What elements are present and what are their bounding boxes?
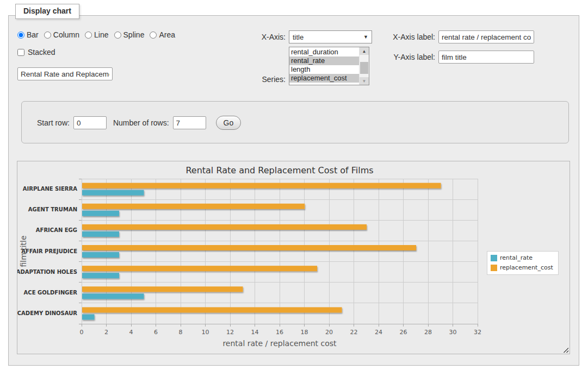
num-rows-input[interactable] [173,116,206,129]
row-range-box: Start row: Number of rows: Go [21,101,569,143]
stacked-row: Stacked [17,48,55,57]
series-listbox[interactable]: rental_durationrental_ratelengthreplacem… [289,47,369,85]
x-tick-label: 16 [276,329,283,336]
category-label: AFFAIR PREJUDICE [21,248,77,254]
x-axis-label-label: X-Axis label: [393,33,435,41]
legend-item-rental_rate[interactable]: rental_rate [491,254,553,261]
stacked-checkbox[interactable] [17,49,24,56]
chart-legend[interactable]: rental_ratereplacement_cost [487,251,559,275]
bar-rental_rate[interactable] [82,314,95,319]
chart-type-label: Spline [123,30,145,39]
chart-type-label: Line [94,30,108,39]
x-tick-label: 20 [325,329,333,336]
chart-type-radio-group: BarColumnLineSplineArea [17,30,181,39]
x-axis-select[interactable]: title ▼ [289,30,372,43]
category-label: AFRICAN EGG [36,227,77,233]
x-axis-select-label: X-Axis: [262,33,286,41]
category-label: ADAPTATION HOLES [17,269,77,275]
x-tick-label: 18 [301,329,308,336]
chart-type-radio-line[interactable] [85,32,92,39]
x-tick-label: 8 [179,329,183,336]
legend-swatch [491,265,497,271]
x-tick-label: 32 [474,329,481,336]
stacked-label: Stacked [28,48,55,57]
x-tick-label: 24 [375,329,382,336]
category-label: AIRPLANE SIERRA [23,186,77,192]
category-label: AGENT TRUMAN [28,206,77,212]
x-tick-label: 26 [400,329,407,336]
bar-replacement_cost[interactable] [82,224,367,230]
series-option-rental_duration[interactable]: rental_duration [289,48,359,57]
legend-label: replacement_cost [500,264,553,271]
bar-rental_rate[interactable] [82,273,119,278]
bar-rental_rate[interactable] [82,211,119,216]
legend-label: rental_rate [500,254,533,261]
chart-type-radio-bar[interactable] [17,32,24,39]
chart-container: 02468101214161820222426283032AIRPLANE SI… [17,161,570,354]
scrollbar-thumb[interactable] [360,62,368,74]
x-tick-label: 30 [449,329,457,336]
chart-type-label: Area [159,30,175,39]
scroll-down-icon[interactable]: ▼ [360,77,369,85]
bar-rental_rate[interactable] [82,252,119,258]
bar-replacement_cost[interactable] [82,307,342,312]
bar-replacement_cost[interactable] [82,286,243,292]
y-axis-label-input[interactable] [438,51,534,64]
y-axis-title: film title [19,235,28,267]
display-chart-panel: Display chart BarColumnLineSplineArea St… [8,15,579,366]
bar-replacement_cost[interactable] [82,245,416,250]
bar-rental_rate[interactable] [82,293,144,299]
chart-title: Rental Rate and Replacement Cost of Film… [185,165,373,175]
chart-type-option-column: Column [44,30,79,39]
series-option-rental_rate[interactable]: rental_rate [289,57,359,65]
category-label: ACE GOLDFINGER [24,290,78,296]
x-tick-label: 0 [80,329,84,336]
x-tick-label: 28 [424,329,432,336]
series-option-replacement_cost[interactable]: replacement_cost [289,74,359,83]
chart-title-input[interactable] [17,67,113,80]
chart-type-label: Column [53,30,79,39]
series-select-label: Series: [262,75,286,85]
legend-item-replacement_cost[interactable]: replacement_cost [491,264,553,271]
bar-replacement_cost[interactable] [82,204,305,209]
chart-type-radio-column[interactable] [44,32,51,39]
x-tick-label: 14 [251,329,259,336]
listbox-scrollbar[interactable]: ▲ ▼ [359,47,369,85]
series-option-length[interactable]: length [289,65,359,74]
start-row-label: Start row: [37,118,70,127]
x-tick-label: 22 [350,329,358,336]
start-row-input[interactable] [73,116,107,129]
chevron-down-icon: ▼ [363,34,368,40]
x-axis-select-value: title [293,33,304,41]
chart-type-option-spline: Spline [114,30,145,39]
y-axis-label-label: Y-Axis label: [393,53,435,61]
chart-type-option-bar: Bar [17,30,39,39]
panel-title: Display chart [15,4,79,19]
bar-rental_rate[interactable] [82,231,119,237]
x-axis-title: rental rate / replacement cost [222,339,337,348]
chart-type-radio-area[interactable] [150,32,157,39]
x-tick-label: 4 [129,329,133,336]
chart-type-radio-spline[interactable] [114,32,121,39]
x-tick-label: 10 [202,329,209,336]
series-options: rental_durationrental_ratelengthreplacem… [289,47,359,85]
go-button[interactable]: Go [216,116,242,130]
scroll-up-icon[interactable]: ▲ [360,47,369,55]
category-label: ACADEMY DINOSAUR [17,310,77,316]
legend-swatch [491,255,497,261]
x-tick-label: 2 [104,329,108,336]
x-tick-label: 6 [154,329,158,336]
chart-type-option-line: Line [85,30,108,39]
bar-rental_rate[interactable] [82,190,144,196]
x-axis-label-input[interactable] [438,30,534,43]
chart-type-option-area: Area [150,30,175,39]
bar-replacement_cost[interactable] [82,266,317,271]
x-tick-label: 12 [226,329,234,336]
chart-type-label: Bar [27,30,39,39]
num-rows-label: Number of rows: [113,118,169,127]
bar-replacement_cost[interactable] [82,183,441,189]
